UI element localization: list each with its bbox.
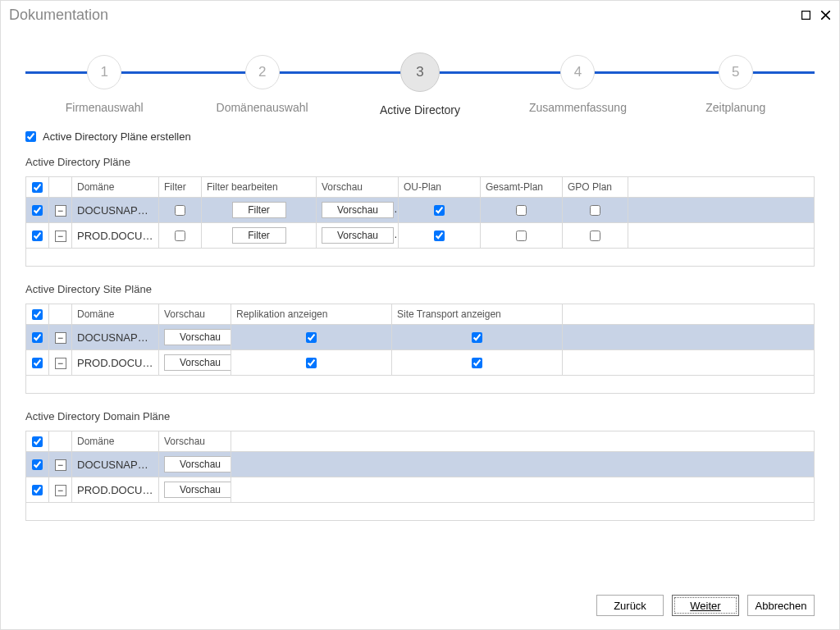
domain-cell: PROD.DOCUS... <box>72 477 159 503</box>
section-domain-plans-title: Active Directory Domain Pläne <box>25 410 815 422</box>
ou-checkbox[interactable] <box>434 231 445 241</box>
transport-checkbox[interactable] <box>472 358 482 368</box>
gpo-checkbox[interactable] <box>590 231 600 241</box>
section-ad-plans-title: Active Directory Pläne <box>25 156 815 168</box>
table-row[interactable]: − DOCUSNAPSP... Filter Vorschau <box>26 198 815 223</box>
domain-cell: DOCUSNAPSP... <box>72 325 159 350</box>
table-row[interactable]: − PROD.DOCUS... Vorschau <box>26 477 815 503</box>
domain-cell: DOCUSNAPSP... <box>72 198 159 223</box>
preview-button[interactable]: Vorschau <box>164 456 231 472</box>
t3-h-domain: Domäne <box>72 431 159 452</box>
t1-h-filter: Filter <box>159 177 202 198</box>
gpo-checkbox[interactable] <box>590 205 600 216</box>
svg-rect-0 <box>801 11 810 19</box>
preview-button[interactable]: Vorschau <box>164 329 231 345</box>
collapse-icon[interactable]: − <box>55 231 66 242</box>
preview-button[interactable]: Vorschau <box>322 227 394 244</box>
step-2[interactable]: 2 Domänenauswahl <box>183 50 340 116</box>
maximize-icon[interactable] <box>800 9 811 21</box>
preview-button[interactable]: Vorschau <box>164 354 231 371</box>
domain-cell: DOCUSNAPSP... <box>72 452 159 477</box>
t3-h-preview: Vorschau <box>159 431 231 452</box>
site-plans-table: Domäne Vorschau Replikation anzeigen Sit… <box>25 304 815 394</box>
ad-plans-table: Domäne Filter Filter bearbeiten Vorschau… <box>25 176 815 267</box>
t3-select-all[interactable] <box>32 436 43 447</box>
row-checkbox[interactable] <box>32 459 43 470</box>
preview-button[interactable]: Vorschau <box>164 482 231 498</box>
t1-h-ou: OU-Plan <box>399 177 481 198</box>
titlebar: Dokumentation <box>1 1 839 29</box>
t2-h-domain: Domäne <box>72 304 159 325</box>
row-checkbox[interactable] <box>32 358 43 368</box>
row-checkbox[interactable] <box>32 332 43 343</box>
window-title: Dokumentation <box>9 7 108 24</box>
t2-h-transport: Site Transport anzeigen <box>392 304 563 325</box>
row-checkbox[interactable] <box>32 231 43 241</box>
table-row[interactable]: − PROD.DOCUS... Filter Vorschau <box>26 223 815 249</box>
collapse-icon[interactable]: − <box>55 485 66 496</box>
table-row[interactable]: − PROD.DOCUS... Vorschau <box>26 350 815 376</box>
step-3[interactable]: 3 Active Directory <box>341 50 499 116</box>
back-button[interactable]: Zurück <box>596 595 664 616</box>
row-checkbox[interactable] <box>32 485 43 495</box>
total-checkbox[interactable] <box>516 205 527 216</box>
collapse-icon[interactable]: − <box>55 332 66 344</box>
filter-checkbox[interactable] <box>175 231 185 241</box>
t1-h-preview: Vorschau <box>317 177 399 198</box>
table-row[interactable]: − DOCUSNAPSP... Vorschau <box>26 325 815 350</box>
replication-checkbox[interactable] <box>306 358 317 368</box>
t1-h-filter-edit: Filter bearbeiten <box>202 177 317 198</box>
section-site-plans-title: Active Directory Site Pläne <box>25 283 815 295</box>
step-1[interactable]: 1 Firmenauswahl <box>25 50 183 116</box>
filter-button[interactable]: Filter <box>232 202 286 218</box>
step-5[interactable]: 5 Zeitplanung <box>657 50 815 116</box>
table-row[interactable]: − DOCUSNAPSP... Vorschau <box>26 452 815 477</box>
domain-cell: PROD.DOCUS... <box>72 350 159 376</box>
t2-select-all[interactable] <box>32 309 43 320</box>
collapse-icon[interactable]: − <box>55 358 66 369</box>
domain-plans-table: Domäne Vorschau − DOCUSNAPSP... Vorschau… <box>25 431 815 521</box>
t1-h-gpo: GPO Plan <box>563 177 628 198</box>
t1-h-total: Gesamt-Plan <box>481 177 563 198</box>
row-checkbox[interactable] <box>32 205 43 216</box>
t1-h-domain: Domäne <box>72 177 159 198</box>
total-checkbox[interactable] <box>516 231 527 241</box>
ou-checkbox[interactable] <box>434 205 445 216</box>
t1-select-all[interactable] <box>32 182 43 193</box>
t2-h-replication: Replikation anzeigen <box>231 304 392 325</box>
replication-checkbox[interactable] <box>306 332 317 343</box>
filter-checkbox[interactable] <box>175 205 185 216</box>
transport-checkbox[interactable] <box>472 332 482 343</box>
create-plans-label: Active Directory Pläne erstellen <box>43 130 191 143</box>
domain-cell: PROD.DOCUS... <box>72 223 159 249</box>
next-button[interactable]: Weiter <box>672 595 739 616</box>
step-4[interactable]: 4 Zusammenfassung <box>499 50 656 116</box>
filter-button[interactable]: Filter <box>232 227 286 244</box>
collapse-icon[interactable]: − <box>55 205 66 217</box>
collapse-icon[interactable]: − <box>55 459 66 471</box>
preview-button[interactable]: Vorschau <box>322 202 394 218</box>
close-icon[interactable] <box>819 9 831 21</box>
wizard-stepper: 1 Firmenauswahl 2 Domänenauswahl 3 Activ… <box>25 50 815 116</box>
cancel-button[interactable]: Abbrechen <box>747 595 815 616</box>
t2-h-preview: Vorschau <box>159 304 231 325</box>
create-plans-checkbox[interactable] <box>25 131 36 142</box>
